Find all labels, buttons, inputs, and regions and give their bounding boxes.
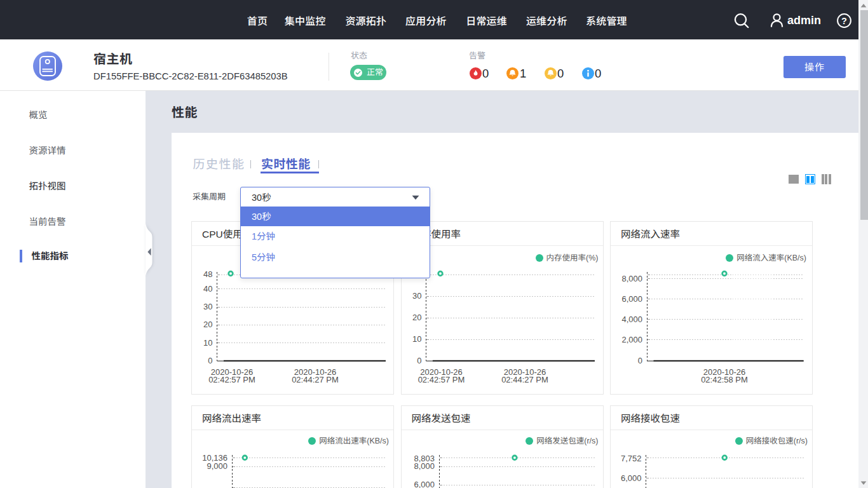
svg-text:0: 0 xyxy=(417,356,421,365)
svg-text:9,000: 9,000 xyxy=(207,461,227,471)
svg-text:10: 10 xyxy=(412,334,421,344)
svg-text:8,000: 8,000 xyxy=(621,274,642,283)
svg-text:4,000: 4,000 xyxy=(621,315,642,324)
svg-text:0: 0 xyxy=(638,356,642,365)
svg-text:8,000: 8,000 xyxy=(414,461,435,471)
svg-text:30: 30 xyxy=(203,302,212,311)
svg-text:02:44:27 PM: 02:44:27 PM xyxy=(501,375,548,384)
svg-text:0: 0 xyxy=(208,356,212,365)
svg-text:20: 20 xyxy=(412,313,421,322)
svg-text:6,000: 6,000 xyxy=(621,294,642,304)
svg-text:7,752: 7,752 xyxy=(621,454,642,463)
svg-text:02:42:58 PM: 02:42:58 PM xyxy=(701,375,748,384)
svg-text:6,000: 6,000 xyxy=(414,480,435,488)
svg-text:20: 20 xyxy=(203,320,212,329)
svg-text:40: 40 xyxy=(203,284,212,294)
svg-text:10: 10 xyxy=(203,338,212,348)
svg-text:48: 48 xyxy=(203,269,212,279)
svg-text:6,000: 6,000 xyxy=(621,473,642,483)
svg-text:02:42:57 PM: 02:42:57 PM xyxy=(208,375,255,384)
svg-text:2,000: 2,000 xyxy=(621,335,642,344)
svg-text:02:44:27 PM: 02:44:27 PM xyxy=(292,375,339,384)
svg-text:30: 30 xyxy=(412,291,421,301)
svg-text:02:42:57 PM: 02:42:57 PM xyxy=(417,375,465,384)
svg-text:?: ? xyxy=(841,16,847,26)
